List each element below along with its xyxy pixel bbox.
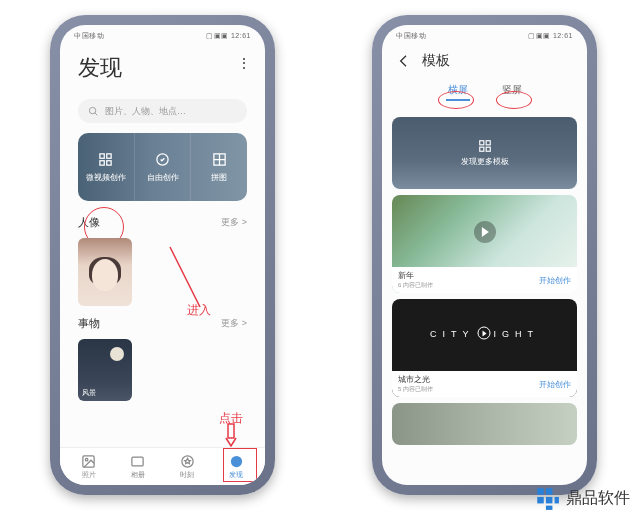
status-carrier: 中国移动: [396, 31, 426, 41]
svg-rect-14: [132, 457, 143, 466]
header-title: 模板: [422, 52, 450, 70]
tab-portrait[interactable]: 竖屏: [502, 83, 522, 97]
nav-photos[interactable]: 照片: [64, 454, 113, 480]
nav-discover[interactable]: 发现: [212, 454, 261, 480]
feature-row: 微视频创作 自由创作 拼图: [78, 133, 247, 201]
status-carrier: 中国移动: [74, 31, 104, 41]
watermark-text: 鼎品软件: [566, 488, 630, 509]
svg-rect-25: [555, 497, 559, 504]
card-footer: 新年 6 内容已制作 开始创作: [392, 267, 577, 293]
svg-rect-23: [537, 497, 544, 504]
svg-rect-4: [100, 160, 104, 164]
section-header-portrait: 人像 更多 >: [60, 209, 265, 234]
collage-icon: [212, 152, 227, 167]
city-text: CITYIGHT: [430, 327, 539, 340]
watermark: 鼎品软件: [534, 485, 630, 511]
svg-rect-2: [100, 153, 104, 157]
section-title: 人像: [78, 215, 100, 230]
svg-line-10: [170, 247, 200, 307]
svg-rect-19: [479, 147, 483, 151]
status-bar: 中国移动 ▢▣▣ 12:61: [382, 25, 587, 43]
star-icon: [180, 454, 195, 469]
grid-icon: [98, 152, 113, 167]
section-title: 事物: [78, 316, 100, 331]
photo-icon: [81, 454, 96, 469]
section-header-things: 事物 更多 >: [60, 310, 265, 335]
svg-point-16: [231, 455, 242, 466]
thumb-caption: 风景: [82, 388, 128, 398]
start-create[interactable]: 开始创作: [539, 275, 571, 286]
svg-rect-3: [107, 153, 111, 157]
card-collage[interactable]: 拼图: [190, 133, 247, 201]
portrait-thumbnail[interactable]: [78, 238, 132, 306]
svg-rect-21: [537, 488, 544, 495]
svg-rect-22: [546, 488, 553, 495]
card-label: 拼图: [211, 172, 227, 183]
card-free-create[interactable]: 自由创作: [134, 133, 191, 201]
nav-label: 相册: [131, 470, 145, 480]
card-label: 自由创作: [147, 172, 179, 183]
album-icon: [130, 454, 145, 469]
tabs: 横屏 竖屏: [382, 79, 587, 105]
card-label: 发现更多模板: [461, 156, 509, 167]
edit-icon: [155, 152, 170, 167]
svg-line-1: [95, 112, 97, 114]
card-footer: 城市之光 5 内容已制作 开始创作: [392, 371, 577, 397]
moon-thumbnail[interactable]: 风景: [78, 339, 132, 401]
svg-point-13: [86, 458, 89, 461]
status-battery: ▢▣▣ 12:61: [206, 32, 251, 40]
svg-point-0: [89, 107, 95, 113]
svg-rect-20: [486, 147, 490, 151]
svg-rect-17: [479, 141, 483, 145]
template-city-light[interactable]: CITYIGHT 城市之光 5 内容已制作 开始创作: [392, 299, 577, 397]
card-label: 微视频创作: [86, 172, 126, 183]
page-title: 发现: [78, 53, 247, 83]
tab-landscape[interactable]: 横屏: [448, 83, 468, 97]
svg-rect-24: [546, 497, 553, 504]
play-icon: [478, 327, 491, 340]
grid-icon: [478, 139, 492, 153]
svg-rect-26: [546, 506, 553, 510]
search-placeholder: 图片、人物、地点…: [105, 105, 186, 118]
template-running[interactable]: [392, 403, 577, 445]
nav-label: 发现: [229, 470, 243, 480]
svg-rect-11: [228, 424, 234, 438]
nav-albums[interactable]: 相册: [113, 454, 162, 480]
nav-label: 时刻: [180, 470, 194, 480]
bottom-nav: 照片 相册 时刻 发现: [60, 447, 265, 485]
search-icon: [88, 106, 99, 117]
status-bar: 中国移动 ▢▣▣ 12:61: [60, 25, 265, 43]
svg-rect-18: [486, 141, 490, 145]
svg-rect-5: [107, 160, 111, 164]
template-list: 发现更多模板 新年 6 内容已制作 开始创作 CITYIGHT 城市之光 5 内…: [392, 117, 577, 481]
search-input[interactable]: 图片、人物、地点…: [78, 99, 247, 123]
nav-moments[interactable]: 时刻: [163, 454, 212, 480]
section-more[interactable]: 更多 >: [221, 216, 247, 229]
template-new-year[interactable]: 新年 6 内容已制作 开始创作: [392, 195, 577, 293]
start-create[interactable]: 开始创作: [539, 379, 571, 390]
annotation-arrow: [168, 245, 208, 310]
nav-label: 照片: [82, 470, 96, 480]
annotation-enter: 进入: [187, 302, 211, 319]
section-more[interactable]: 更多 >: [221, 317, 247, 330]
globe-icon: [229, 454, 244, 469]
logo-icon: [534, 485, 560, 511]
card-micro-video[interactable]: 微视频创作: [78, 133, 134, 201]
template-discover-more[interactable]: 发现更多模板: [392, 117, 577, 189]
back-icon[interactable]: [396, 53, 412, 69]
status-battery: ▢▣▣ 12:61: [528, 32, 573, 40]
header: 模板: [382, 43, 587, 79]
more-icon[interactable]: ⋮: [237, 55, 251, 71]
